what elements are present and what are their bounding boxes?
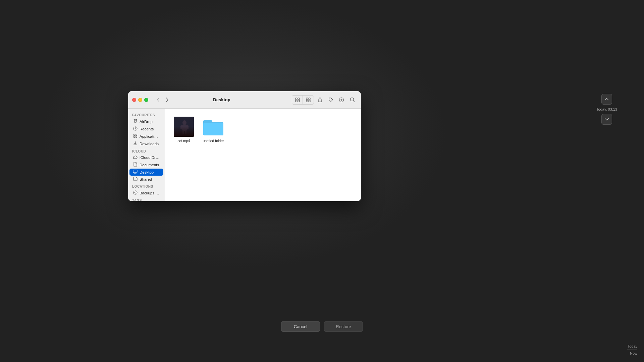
- close-button[interactable]: [132, 98, 136, 102]
- sidebar-item-downloads[interactable]: Downloads: [129, 140, 163, 147]
- downloads-icon: [133, 141, 138, 146]
- file-item-cot-mp4[interactable]: cot.mp4: [170, 114, 197, 145]
- file-grid: cot.mp4: [170, 114, 356, 145]
- video-thumbnail: [173, 116, 195, 137]
- recents-label: Recents: [140, 127, 154, 131]
- applications-icon: [133, 134, 138, 139]
- sidebar-item-icloud-drive[interactable]: iCloud Drive: [129, 154, 163, 161]
- finder-body: Favourites AirDrop: [128, 109, 361, 201]
- sidebar-item-recents[interactable]: Recents: [129, 125, 163, 133]
- svg-rect-17: [136, 134, 137, 136]
- finder-window: Desktop: [128, 91, 361, 201]
- svg-point-12: [350, 98, 354, 101]
- dialog-buttons: Cancel Restore: [0, 321, 644, 332]
- minimize-button[interactable]: [138, 98, 142, 102]
- tag-button[interactable]: [326, 96, 335, 104]
- search-button[interactable]: [347, 96, 357, 104]
- tm-timeline: Today Now: [627, 0, 637, 362]
- timemachine-controls: Today, 03:13: [596, 94, 617, 308]
- svg-point-8: [329, 99, 330, 99]
- downloads-label: Downloads: [140, 142, 159, 146]
- svg-rect-7: [309, 100, 310, 102]
- icloud-drive-icon: [133, 155, 138, 160]
- svg-rect-28: [180, 125, 182, 129]
- svg-rect-18: [133, 136, 135, 138]
- applications-label: Applications: [140, 134, 160, 138]
- svg-rect-25: [174, 117, 194, 137]
- svg-rect-6: [306, 100, 308, 102]
- svg-rect-30: [182, 130, 184, 134]
- grid-view-button[interactable]: [292, 96, 303, 104]
- sidebar-item-shared[interactable]: Shared: [129, 176, 163, 183]
- svg-rect-5: [309, 98, 310, 100]
- share-button[interactable]: [315, 96, 325, 104]
- sidebar-item-desktop[interactable]: Desktop: [129, 169, 163, 176]
- restore-button[interactable]: Restore: [324, 321, 363, 332]
- svg-line-13: [353, 101, 355, 102]
- cancel-button[interactable]: Cancel: [281, 321, 320, 332]
- backups-icon: [133, 190, 138, 196]
- list-view-button[interactable]: [303, 96, 314, 104]
- sidebar-item-documents[interactable]: Documents: [129, 161, 163, 169]
- traffic-lights: [132, 98, 148, 102]
- recents-icon: [133, 126, 138, 132]
- timeline-today-label: Today: [628, 344, 637, 348]
- svg-point-21: [133, 191, 137, 194]
- shared-icon: [133, 177, 138, 182]
- finder-toolbar: Desktop: [128, 91, 361, 109]
- documents-label: Documents: [140, 163, 159, 167]
- window-title: Desktop: [154, 97, 289, 102]
- documents-icon: [133, 162, 138, 168]
- svg-rect-0: [296, 98, 297, 100]
- svg-rect-27: [182, 125, 187, 131]
- toolbar-actions: [292, 95, 357, 105]
- video-frame: [174, 117, 194, 137]
- view-btn-group: [292, 95, 314, 105]
- svg-rect-2: [296, 100, 297, 102]
- untitled-folder-name: untitled folder: [203, 139, 224, 143]
- timeline-now-label: Now: [630, 351, 637, 355]
- backups-label: Backups o...: [140, 191, 160, 195]
- desktop-icon: [133, 170, 138, 175]
- icloud-section-label: iCloud: [128, 147, 165, 154]
- timeline-line: [627, 350, 637, 350]
- svg-rect-20: [133, 170, 137, 173]
- maximize-button[interactable]: [144, 98, 148, 102]
- svg-point-22: [135, 192, 136, 193]
- file-item-untitled-folder[interactable]: untitled folder: [200, 114, 227, 145]
- svg-rect-16: [133, 134, 135, 136]
- sidebar: Favourites AirDrop: [128, 109, 165, 201]
- cot-mp4-name: cot.mp4: [177, 139, 190, 143]
- svg-rect-3: [298, 100, 300, 102]
- svg-rect-29: [186, 125, 189, 129]
- folder-thumbnail: [203, 116, 224, 137]
- tags-section-label: Tags: [128, 197, 165, 201]
- scroll-down-button[interactable]: [601, 114, 612, 125]
- timemachine-timestamp: Today, 03:13: [596, 107, 617, 111]
- file-area: cot.mp4: [165, 109, 361, 201]
- svg-rect-19: [136, 136, 137, 138]
- desktop-label: Desktop: [140, 170, 154, 174]
- sidebar-item-applications[interactable]: Applications: [129, 133, 163, 140]
- more-button[interactable]: [337, 96, 346, 104]
- icloud-drive-label: iCloud Drive: [140, 156, 160, 160]
- svg-point-26: [182, 120, 186, 125]
- sidebar-item-backups[interactable]: Backups o...: [129, 189, 163, 197]
- locations-section-label: Locations: [128, 183, 165, 189]
- sidebar-item-airdrop[interactable]: AirDrop: [129, 118, 163, 125]
- svg-rect-31: [185, 130, 186, 134]
- airdrop-icon: [133, 119, 138, 124]
- scroll-up-button[interactable]: [601, 94, 612, 105]
- svg-rect-4: [306, 98, 308, 100]
- svg-point-14: [134, 121, 136, 123]
- airdrop-label: AirDrop: [140, 120, 153, 124]
- favourites-section-label: Favourites: [128, 111, 165, 118]
- svg-rect-1: [298, 98, 300, 100]
- shared-label: Shared: [140, 177, 152, 181]
